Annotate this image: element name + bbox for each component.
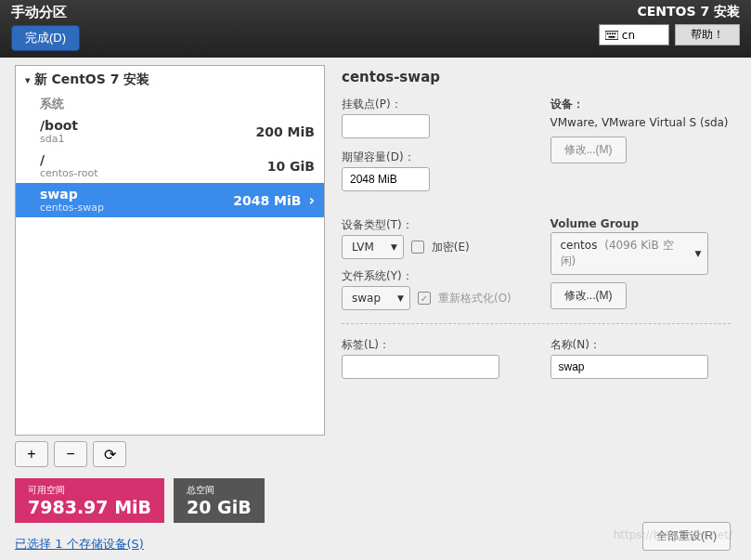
partition-row-boot[interactable]: /boot sda1 200 MiB xyxy=(16,114,324,149)
partition-row-root[interactable]: / centos-root 10 GiB xyxy=(16,149,324,183)
vg-select[interactable]: centos (4096 KiB 空闲) ▼ xyxy=(550,232,708,275)
reformat-checkbox[interactable] xyxy=(418,292,431,305)
reset-all-button[interactable]: 全部重设(R) xyxy=(642,522,731,551)
filesystem-value: swap xyxy=(352,292,381,305)
chevron-right-icon: › xyxy=(308,191,315,209)
capacity-label: 期望容量(D)： xyxy=(342,150,523,165)
devtype-label: 设备类型(T)： xyxy=(342,217,523,233)
language-code: cn xyxy=(622,29,635,42)
name-input[interactable] xyxy=(550,355,708,379)
right-panel: centos-swap 挂载点(P)： 期望容量(D)： 设备： VMware,… xyxy=(332,58,751,560)
modify-device-button[interactable]: 修改...(M) xyxy=(550,137,627,163)
remove-partition-button[interactable]: − xyxy=(54,441,87,467)
mount-point-label: 挂载点(P)： xyxy=(342,97,523,112)
main-content: 新 CentOS 7 安装 系统 /boot sda1 200 MiB / ce… xyxy=(0,58,751,560)
tag-group: 标签(L)： xyxy=(342,337,523,379)
encrypt-checkbox[interactable] xyxy=(411,241,424,254)
header-bar: 手动分区 完成(D) CENTOS 7 安装 cn 帮助！ xyxy=(0,0,751,58)
devtype-select[interactable]: LVM ▼ xyxy=(342,235,404,259)
total-space-value: 20 GiB xyxy=(187,497,252,517)
reformat-label: 重新格式化(O) xyxy=(438,291,511,306)
mount-point-group: 挂载点(P)： 期望容量(D)： xyxy=(342,97,523,191)
available-space-box: 可用空间 7983.97 MiB xyxy=(15,478,164,523)
installer-title: CENTOS 7 安装 xyxy=(637,4,740,20)
filesystem-select[interactable]: swap ▼ xyxy=(342,286,410,310)
device-label: 设备： xyxy=(550,97,732,112)
partition-info: /boot sda1 xyxy=(40,118,256,145)
devtype-group: 设备类型(T)： LVM ▼ 加密(E) 文件系统(Y)： swap ▼ xyxy=(342,217,523,310)
svg-rect-1 xyxy=(607,33,609,34)
keyboard-icon xyxy=(605,31,618,40)
header-controls: cn 帮助！ xyxy=(599,24,740,46)
name-group: 名称(N)： xyxy=(550,337,732,379)
reload-partition-button[interactable]: ⟳ xyxy=(93,441,126,467)
svg-rect-2 xyxy=(609,33,611,34)
header-right: CENTOS 7 安装 cn 帮助！ xyxy=(599,4,740,58)
encrypt-label: 加密(E) xyxy=(432,240,470,255)
svg-rect-0 xyxy=(605,31,618,39)
partition-name: swap xyxy=(40,187,233,202)
chevron-down-icon: ▼ xyxy=(391,242,397,252)
available-space-value: 7983.97 MiB xyxy=(28,497,151,517)
tree-root[interactable]: 新 CentOS 7 安装 xyxy=(16,66,324,94)
divider xyxy=(342,323,731,324)
language-selector[interactable]: cn xyxy=(599,24,669,46)
partition-name: / xyxy=(40,152,267,167)
device-group: 设备： VMware, VMware Virtual S (sda) 修改...… xyxy=(550,97,732,191)
partition-size: 2048 MiB xyxy=(233,193,301,208)
partition-info: / centos-root xyxy=(40,152,267,179)
partition-device: centos-root xyxy=(40,167,267,179)
svg-rect-4 xyxy=(614,33,615,34)
device-value: VMware, VMware Virtual S (sda) xyxy=(550,116,732,129)
storage-devices-link[interactable]: 已选择 1 个存储设备(S) xyxy=(15,536,325,553)
partition-tree: 新 CentOS 7 安装 系统 /boot sda1 200 MiB / ce… xyxy=(15,65,325,436)
detail-grid-bottom: 标签(L)： 名称(N)： xyxy=(342,337,731,379)
chevron-down-icon: ▼ xyxy=(397,293,404,303)
available-space-label: 可用空间 xyxy=(28,484,151,497)
detail-title: centos-swap xyxy=(342,69,731,85)
footer-row: 全部重设(R) xyxy=(342,522,731,551)
total-space-label: 总空间 xyxy=(187,484,252,497)
partition-device: centos-swap xyxy=(40,202,233,214)
done-button[interactable]: 完成(D) xyxy=(11,25,80,51)
partition-name: /boot xyxy=(40,118,256,133)
tree-section-system: 系统 xyxy=(16,94,324,114)
add-partition-button[interactable]: + xyxy=(15,441,48,467)
capacity-input[interactable] xyxy=(342,167,430,191)
volume-group-group: Volume Group centos (4096 KiB 空闲) ▼ 修改..… xyxy=(550,217,732,310)
name-label: 名称(N)： xyxy=(550,337,732,353)
mount-point-input[interactable] xyxy=(342,114,430,138)
detail-grid-mid: 设备类型(T)： LVM ▼ 加密(E) 文件系统(Y)： swap ▼ xyxy=(342,217,731,310)
svg-rect-5 xyxy=(608,35,615,37)
vg-value: centos xyxy=(561,239,598,252)
help-button[interactable]: 帮助！ xyxy=(675,24,740,46)
modify-vg-button[interactable]: 修改...(M) xyxy=(550,282,627,309)
detail-grid-top: 挂载点(P)： 期望容量(D)： 设备： VMware, VMware Virt… xyxy=(342,97,731,191)
partition-size: 10 GiB xyxy=(267,159,315,174)
total-space-box: 总空间 20 GiB xyxy=(174,478,265,523)
partition-size: 200 MiB xyxy=(256,124,316,139)
partition-row-swap[interactable]: swap centos-swap 2048 MiB › xyxy=(16,183,324,217)
tag-input[interactable] xyxy=(342,355,499,379)
partition-toolbar: + − ⟳ xyxy=(15,441,325,467)
partition-device: sda1 xyxy=(40,133,256,145)
space-summary: 可用空间 7983.97 MiB 总空间 20 GiB xyxy=(15,478,325,523)
filesystem-label: 文件系统(Y)： xyxy=(342,268,523,284)
svg-rect-3 xyxy=(612,33,614,34)
devtype-value: LVM xyxy=(352,241,374,254)
chevron-down-icon: ▼ xyxy=(695,249,702,258)
partition-info: swap centos-swap xyxy=(40,187,233,214)
header-left: 手动分区 完成(D) xyxy=(11,4,80,58)
vg-label: Volume Group xyxy=(550,217,732,230)
tag-label: 标签(L)： xyxy=(342,337,523,353)
left-panel: 新 CentOS 7 安装 系统 /boot sda1 200 MiB / ce… xyxy=(0,58,332,560)
page-title: 手动分区 xyxy=(11,4,80,21)
